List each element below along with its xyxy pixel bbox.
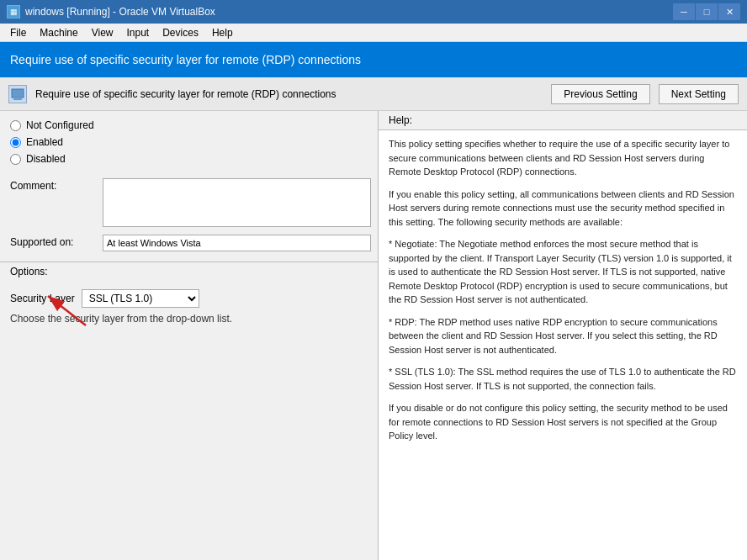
title-bar-left: ▦ windows [Running] - Oracle VM VirtualB…: [7, 5, 215, 18]
menu-file[interactable]: File: [3, 25, 33, 40]
left-panel: Not Configured Enabled Disabled Comment:…: [0, 111, 379, 560]
not-configured-label: Not Configured: [26, 119, 94, 131]
options-title: Options:: [10, 266, 48, 277]
help-para-1: This policy setting specifies whether to…: [389, 137, 737, 179]
help-para-3: * Negotiate: The Negotiate method enforc…: [389, 237, 737, 307]
menu-input[interactable]: Input: [120, 25, 156, 40]
comment-textarea[interactable]: [103, 178, 371, 227]
help-text-area: This policy setting specifies whether to…: [379, 130, 747, 560]
options-header: Options:: [0, 262, 378, 281]
close-button[interactable]: ✕: [718, 3, 740, 20]
previous-setting-button[interactable]: Previous Setting: [551, 84, 649, 104]
svg-rect-1: [13, 98, 22, 100]
svg-rect-0: [12, 89, 24, 98]
supported-on-control: At least Windows Vista: [103, 235, 371, 251]
next-setting-button[interactable]: Next Setting: [659, 84, 739, 104]
supported-on-row: Supported on: At least Windows Vista: [10, 235, 378, 251]
supported-on-value: At least Windows Vista: [103, 235, 371, 251]
help-para-4: * RDP: The RDP method uses native RDP en…: [389, 315, 737, 357]
not-configured-row: Not Configured: [10, 119, 368, 131]
arrow-section: Choose the security layer from the drop-…: [10, 313, 368, 325]
security-layer-select[interactable]: Negotiate RDP SSL (TLS 1.0): [82, 289, 199, 308]
not-configured-radio[interactable]: [10, 120, 21, 131]
header-title: Require use of specific security layer f…: [10, 53, 361, 66]
comment-control: [103, 178, 371, 230]
setting-icon: [8, 85, 27, 103]
menu-bar: File Machine View Input Devices Help: [0, 24, 747, 42]
menu-devices[interactable]: Devices: [156, 25, 205, 40]
options-content: Security Layer Negotiate RDP SSL (TLS 1.…: [0, 281, 378, 560]
disabled-label: Disabled: [26, 153, 66, 165]
enabled-radio[interactable]: [10, 137, 21, 148]
title-bar: ▦ windows [Running] - Oracle VM VirtualB…: [0, 0, 747, 24]
form-area: Comment: Supported on: At least Windows …: [0, 173, 378, 262]
security-layer-label: Security Layer: [10, 293, 75, 304]
help-para-2: If you enable this policy setting, all c…: [389, 188, 737, 230]
maximize-button[interactable]: □: [696, 3, 718, 20]
choose-text: Choose the security layer from the drop-…: [10, 313, 232, 325]
vm-icon: ▦: [7, 5, 20, 18]
setting-title-text: Require use of specific security layer f…: [35, 88, 543, 100]
radio-area: Not Configured Enabled Disabled: [0, 111, 378, 173]
menu-view[interactable]: View: [85, 25, 120, 40]
menu-help[interactable]: Help: [205, 25, 240, 40]
help-header: Help:: [379, 111, 747, 130]
help-para-6: If you disable or do not configure this …: [389, 401, 737, 443]
supported-on-label: Supported on:: [10, 235, 103, 248]
header-bar: Require use of specific security layer f…: [0, 42, 747, 77]
menu-machine[interactable]: Machine: [33, 25, 84, 40]
enabled-row: Enabled: [10, 136, 368, 148]
setting-title-row: Require use of specific security layer f…: [0, 77, 747, 111]
minimize-button[interactable]: ─: [673, 3, 695, 20]
help-title: Help:: [389, 114, 412, 126]
security-layer-row: Security Layer Negotiate RDP SSL (TLS 1.…: [10, 289, 368, 308]
help-para-5: * SSL (TLS 1.0): The SSL method requires…: [389, 365, 737, 393]
disabled-row: Disabled: [10, 153, 368, 165]
comment-label: Comment:: [10, 178, 103, 192]
comment-row: Comment:: [10, 178, 378, 230]
right-panel: Help: This policy setting specifies whet…: [379, 111, 747, 560]
enabled-label: Enabled: [26, 136, 63, 148]
disabled-radio[interactable]: [10, 154, 21, 165]
title-bar-controls: ─ □ ✕: [673, 3, 740, 20]
bottom-divider: Options:: [0, 262, 378, 281]
title-bar-text: windows [Running] - Oracle VM VirtualBox: [25, 6, 215, 18]
